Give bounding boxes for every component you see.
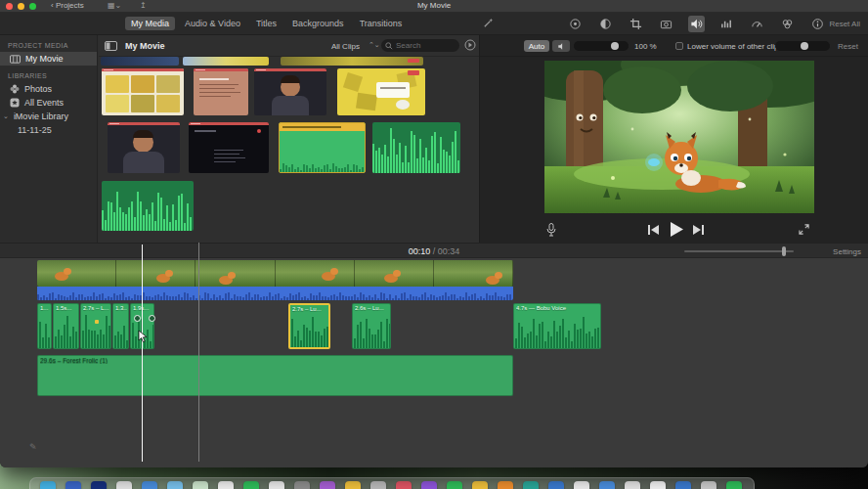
audio-clip-bobu-voice[interactable]: 4.7s — Bobu Voice <box>513 303 601 349</box>
sidebar-item-library-event[interactable]: 11-11-25 <box>0 123 97 137</box>
video-clip-audio-track[interactable] <box>37 287 513 300</box>
speed-icon[interactable] <box>749 16 765 32</box>
content-filter-icon[interactable] <box>464 39 476 51</box>
dock-icon-7[interactable] <box>193 481 208 489</box>
color-correction-icon[interactable] <box>597 16 614 32</box>
mute-button[interactable] <box>552 40 570 52</box>
clip-thumbnail-audio-1[interactable] <box>372 122 460 173</box>
disclosure-chevron-icon[interactable]: ⌄ <box>3 112 9 120</box>
crop-icon[interactable] <box>628 16 644 32</box>
dock-icon-23[interactable] <box>599 481 615 489</box>
reset-volume-button[interactable]: Reset <box>838 42 858 51</box>
dock-icon-20[interactable] <box>523 481 539 489</box>
dock-icon-6[interactable] <box>167 481 183 489</box>
play-button[interactable] <box>670 222 683 237</box>
audio-clip-selected[interactable]: 2.7s – Lu... <box>288 303 330 349</box>
stabilization-icon[interactable] <box>658 16 674 32</box>
dock-icon-1[interactable] <box>40 481 56 489</box>
clip-thumbnail-grid-page[interactable] <box>102 68 184 115</box>
macos-dock <box>29 477 755 489</box>
dock-icon-11[interactable] <box>294 481 310 489</box>
audio-clip-4[interactable]: 1.3... <box>112 303 129 349</box>
clip-thumbnail-webcam-2[interactable] <box>108 122 180 173</box>
tab-backgrounds[interactable]: Backgrounds <box>286 17 350 30</box>
auto-volume-button[interactable]: Auto <box>524 40 549 52</box>
speaker-icon <box>557 42 566 51</box>
dock-icon-21[interactable] <box>548 481 564 489</box>
dock-icon-16[interactable] <box>421 481 437 489</box>
clip-info-icon[interactable] <box>809 16 826 32</box>
dock-icon-2[interactable] <box>65 481 81 489</box>
color-balance-icon[interactable] <box>567 16 584 32</box>
volume-slider[interactable] <box>574 41 629 51</box>
zoom-slider-knob[interactable] <box>782 246 786 256</box>
sidebar-item-all-events[interactable]: All Events <box>0 96 97 110</box>
clip-filter-dropdown[interactable]: All Clips <box>331 42 360 51</box>
window-title: My Movie <box>0 1 868 10</box>
dock-icon-28[interactable] <box>726 481 742 489</box>
dock-icon-19[interactable] <box>498 481 513 489</box>
previous-frame-button[interactable] <box>648 225 659 235</box>
dock-icon-18[interactable] <box>472 481 488 489</box>
dock-icon-26[interactable] <box>675 481 691 489</box>
clip-thumbnail-webcam-1[interactable] <box>254 68 326 115</box>
audio-clip-6[interactable]: 2.6s – Lu... <box>352 303 391 349</box>
clip-thumbnail-partial-1[interactable] <box>101 57 179 66</box>
clip-thumbnail-partial-2[interactable] <box>183 57 269 66</box>
dock-icon-25[interactable] <box>650 481 666 489</box>
browser-title: My Movie <box>125 41 165 51</box>
filmstrip-icon <box>10 55 21 64</box>
sidebar-item-imovie-library[interactable]: ⌄ iMovie Library <box>0 110 97 123</box>
dock-icon-4[interactable] <box>116 481 132 489</box>
reset-all-button[interactable]: Reset All <box>829 20 860 28</box>
search-input[interactable] <box>396 41 455 50</box>
microphone-icon[interactable] <box>546 223 556 237</box>
dock-icon-3[interactable] <box>91 481 107 489</box>
fade-handle-left[interactable] <box>134 315 141 322</box>
clip-thumbnail-audio-selected[interactable] <box>279 122 366 173</box>
audio-clip-3[interactable]: 2.7s – L... <box>80 303 111 349</box>
lower-volume-checkbox[interactable] <box>675 42 683 50</box>
clip-thumbnail-partial-3[interactable] <box>281 57 423 66</box>
background-music-clip[interactable]: 29.6s – Forest Frolic (1) <box>37 355 513 396</box>
tab-transitions[interactable]: Transitions <box>354 17 409 30</box>
effects-icon[interactable] <box>779 16 796 32</box>
enhance-wand-icon[interactable] <box>482 17 495 29</box>
dock-icon-9[interactable] <box>243 481 259 489</box>
sidebar-toggle-icon[interactable] <box>105 41 117 51</box>
audio-clip-2[interactable]: 1.5s... <box>53 303 79 349</box>
ducking-slider[interactable] <box>775 41 830 51</box>
dock-icon-22[interactable] <box>574 481 589 489</box>
clip-thumbnail-promo[interactable] <box>337 68 425 115</box>
timeline-settings-button[interactable]: Settings <box>833 247 861 256</box>
timeline-zoom-slider[interactable] <box>684 250 794 252</box>
clip-thumbnail-document[interactable] <box>194 68 248 115</box>
video-clip-filmstrip[interactable] <box>37 260 513 287</box>
search-field[interactable] <box>381 39 459 52</box>
clip-thumbnail-code[interactable] <box>189 122 269 173</box>
sidebar-item-photos[interactable]: Photos <box>0 82 97 96</box>
tab-titles[interactable]: Titles <box>250 17 282 30</box>
pencil-cursor-icon: ✎ <box>29 442 37 452</box>
clip-thumbnail-audio-2[interactable] <box>102 181 194 231</box>
playhead[interactable] <box>142 244 143 462</box>
dock-icon-27[interactable] <box>701 481 716 489</box>
dock-icon-5[interactable] <box>142 481 157 489</box>
noise-reduction-icon[interactable] <box>718 16 735 32</box>
volume-icon[interactable] <box>688 16 705 32</box>
dock-icon-15[interactable] <box>396 481 412 489</box>
dock-icon-12[interactable] <box>320 481 335 489</box>
dock-icon-17[interactable] <box>447 481 462 489</box>
dock-icon-8[interactable] <box>218 481 234 489</box>
dock-icon-24[interactable] <box>625 481 640 489</box>
tab-my-media[interactable]: My Media <box>125 17 175 30</box>
dock-icon-10[interactable] <box>269 481 284 489</box>
fullscreen-icon[interactable] <box>799 224 809 235</box>
dock-icon-14[interactable] <box>370 481 386 489</box>
fade-handle-right[interactable] <box>149 315 155 322</box>
dock-icon-13[interactable] <box>345 481 361 489</box>
sidebar-item-my-movie[interactable]: My Movie <box>0 52 97 66</box>
next-frame-button[interactable] <box>693 225 704 235</box>
tab-audio-video[interactable]: Audio & Video <box>179 17 246 30</box>
audio-clip-1[interactable]: 1... <box>37 303 52 349</box>
